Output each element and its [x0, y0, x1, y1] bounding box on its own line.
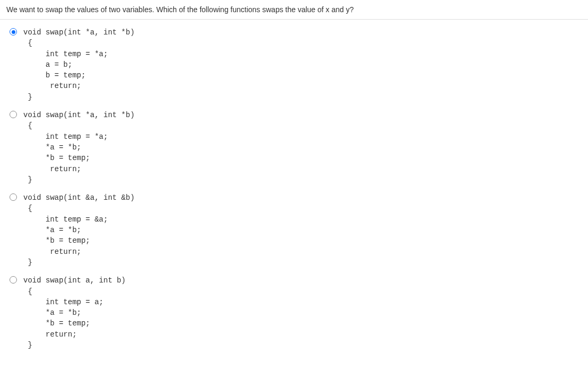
radio-outer-icon	[10, 28, 17, 36]
option-4-code: void swap(int a, int b) { int temp = a; …	[23, 275, 126, 350]
option-4[interactable]: void swap(int a, int b) { int temp = a; …	[10, 275, 578, 350]
options-list: void swap(int *a, int *b) { int temp = *…	[0, 20, 588, 365]
option-3-code: void swap(int &a, int &b) { int temp = &…	[23, 192, 135, 268]
question-text: We want to swap the values of two variab…	[0, 0, 588, 20]
option-1[interactable]: void swap(int *a, int *b) { int temp = *…	[10, 27, 578, 102]
radio-outer-icon	[10, 276, 17, 284]
radio-outer-icon	[10, 193, 17, 201]
option-3[interactable]: void swap(int &a, int &b) { int temp = &…	[10, 192, 578, 268]
radio-2[interactable]	[10, 111, 18, 119]
option-2[interactable]: void swap(int *a, int *b) { int temp = *…	[10, 110, 578, 185]
radio-3[interactable]	[10, 193, 18, 202]
option-1-code: void swap(int *a, int *b) { int temp = *…	[23, 27, 135, 102]
option-2-code: void swap(int *a, int *b) { int temp = *…	[23, 110, 135, 185]
radio-inner-icon	[12, 30, 15, 34]
question-container: We want to swap the values of two variab…	[0, 0, 588, 365]
radio-outer-icon	[10, 111, 17, 118]
radio-1[interactable]	[10, 28, 18, 37]
radio-4[interactable]	[10, 276, 18, 285]
